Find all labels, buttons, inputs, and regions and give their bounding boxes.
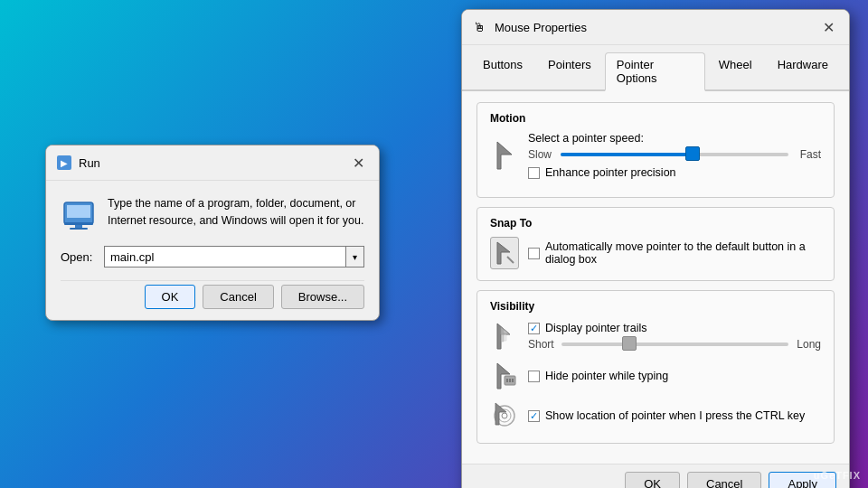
svg-rect-1 — [67, 205, 90, 218]
mouse-tabs: Buttons Pointers Pointer Options Wheel H… — [462, 45, 849, 91]
trail-label: Display pointer trails — [545, 322, 647, 334]
speed-fast-label: Fast — [796, 148, 821, 161]
run-buttons: OK Cancel Browse... — [61, 280, 364, 309]
mouse-title-text: Mouse Properties — [495, 21, 587, 34]
tab-pointers[interactable]: Pointers — [536, 52, 603, 91]
trail-check-row: Display pointer trails — [528, 322, 821, 334]
trail-slider-thumb[interactable] — [622, 336, 637, 351]
run-description: Type the name of a program, folder, docu… — [108, 195, 364, 230]
mouse-properties-dialog: 🖱 Mouse Properties ✕ Buttons Pointers Po… — [461, 9, 850, 488]
location-label: Show location of pointer when I press th… — [545, 409, 805, 422]
enhance-precision-label: Enhance pointer precision — [545, 166, 676, 179]
trail-checkbox[interactable] — [528, 323, 540, 334]
mouse-ok-button[interactable]: OK — [625, 472, 680, 488]
run-open-dropdown[interactable]: ▾ — [346, 246, 364, 267]
mouse-titlebar-left: 🖱 Mouse Properties — [473, 20, 587, 34]
mouse-titlebar: 🖱 Mouse Properties ✕ — [462, 10, 849, 45]
run-ok-button[interactable]: OK — [145, 285, 196, 309]
snap-check-row: Automatically move pointer to the defaul… — [528, 240, 821, 266]
precision-row: Enhance pointer precision — [528, 166, 821, 179]
trail-controls: Display pointer trails Short Long — [528, 322, 821, 351]
auto-snap-checkbox[interactable] — [528, 248, 540, 259]
svg-line-7 — [507, 257, 514, 263]
trail-long-label: Long — [796, 338, 821, 351]
location-row: Show location of pointer when I press th… — [490, 399, 821, 432]
run-title-icon: ▶ — [57, 155, 71, 170]
auto-snap-label: Automatically move pointer to the defaul… — [545, 240, 821, 266]
svg-rect-4 — [70, 228, 88, 230]
visibility-section-label: Visibility — [490, 300, 821, 313]
trail-short-label: Short — [528, 338, 554, 351]
run-input-wrap: ▾ — [104, 246, 364, 267]
speed-row: Slow Fast — [528, 148, 821, 161]
run-app-icon — [61, 195, 97, 231]
svg-rect-2 — [64, 222, 93, 225]
trail-slider-track[interactable] — [561, 343, 788, 346]
run-body: Type the name of a program, folder, docu… — [46, 181, 379, 320]
mouse-cancel-button[interactable]: Cancel — [687, 472, 761, 488]
motion-row: Select a pointer speed: Slow Fast Enhanc… — [490, 132, 821, 179]
tab-pointer-options[interactable]: Pointer Options — [605, 52, 705, 91]
location-checkbox[interactable] — [528, 410, 540, 422]
location-icon — [490, 399, 519, 432]
snap-row: Automatically move pointer to the defaul… — [490, 237, 821, 269]
run-close-button[interactable]: ✕ — [348, 153, 368, 173]
hide-checkbox[interactable] — [528, 371, 540, 382]
run-open-row: Open: ▾ — [61, 246, 364, 267]
run-titlebar: ▶ Run ✕ — [46, 145, 379, 181]
motion-section-label: Motion — [490, 112, 821, 125]
snap-to-section: Snap To Automatically move pointer to th… — [476, 207, 835, 281]
mouse-title-icon: 🖱 — [473, 20, 487, 34]
run-browse-button[interactable]: Browse... — [281, 285, 364, 309]
watermark: uGeTFIX — [814, 470, 861, 481]
hide-check-row: Hide pointer while typing — [528, 370, 668, 382]
mouse-close-button[interactable]: ✕ — [818, 17, 838, 37]
hide-label: Hide pointer while typing — [545, 370, 668, 382]
run-dialog: ▶ Run ✕ Type the name of a program, fold… — [45, 145, 380, 321]
speed-slow-label: Slow — [528, 148, 553, 161]
speed-slider-fill — [561, 153, 693, 156]
speed-slider-thumb[interactable] — [685, 146, 700, 161]
run-title-text: Run — [79, 156, 100, 170]
run-open-input[interactable] — [104, 246, 346, 267]
location-check-row: Show location of pointer when I press th… — [528, 409, 805, 422]
svg-marker-5 — [497, 142, 512, 169]
run-content: Type the name of a program, folder, docu… — [61, 195, 364, 231]
tab-buttons[interactable]: Buttons — [471, 52, 534, 91]
run-titlebar-left: ▶ Run — [57, 155, 100, 170]
tab-wheel[interactable]: Wheel — [707, 52, 764, 91]
mouse-content: Motion Select a pointer speed: Slow — [462, 91, 849, 464]
snap-to-section-label: Snap To — [490, 217, 821, 230]
mouse-footer: OK Cancel Apply — [462, 464, 849, 488]
run-open-label: Open: — [61, 250, 97, 264]
hide-icon — [490, 360, 519, 392]
tab-hardware[interactable]: Hardware — [766, 52, 840, 91]
hide-row: Hide pointer while typing — [490, 360, 821, 392]
trail-slider-row: Short Long — [528, 338, 821, 351]
motion-controls: Select a pointer speed: Slow Fast Enhanc… — [528, 132, 821, 179]
visibility-section: Visibility Display pointer trails — [476, 290, 835, 444]
pointer-speed-icon — [490, 139, 519, 172]
trail-icon — [490, 320, 519, 352]
enhance-precision-checkbox[interactable] — [528, 167, 540, 179]
speed-label: Select a pointer speed: — [528, 132, 821, 145]
trail-row: Display pointer trails Short Long — [490, 320, 821, 352]
svg-point-18 — [502, 413, 507, 418]
speed-slider-track[interactable] — [561, 153, 788, 156]
run-cancel-button[interactable]: Cancel — [203, 285, 273, 309]
motion-section: Motion Select a pointer speed: Slow — [476, 102, 835, 198]
snap-to-icon — [490, 237, 519, 269]
svg-marker-6 — [497, 242, 510, 264]
svg-rect-3 — [75, 225, 82, 228]
